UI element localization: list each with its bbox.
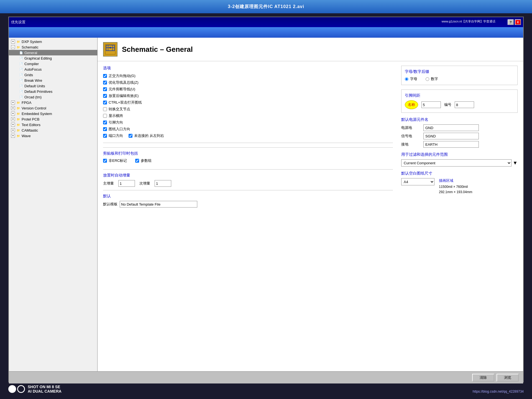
sidebar-item-defaultprimitives[interactable]: 📄 Default Primitives bbox=[9, 89, 97, 94]
pin-row: 名称 编号 bbox=[405, 100, 514, 109]
expand-protelpcb[interactable]: + bbox=[11, 117, 15, 121]
radio-number-input[interactable] bbox=[426, 77, 429, 81]
help-button[interactable]: ? bbox=[508, 19, 514, 25]
sidebar-item-embedded[interactable]: + 📁 Embedded System bbox=[9, 111, 97, 116]
power-title: 默认电源元件名 bbox=[401, 117, 518, 122]
sidebar-item-camtastic[interactable]: + 📁 CAMtastic bbox=[9, 127, 97, 133]
cb-cutwire[interactable] bbox=[103, 87, 107, 91]
earth-row: 接地 bbox=[401, 141, 518, 148]
clear-button[interactable]: 清除 bbox=[472, 374, 494, 382]
expand-embedded[interactable]: + bbox=[11, 112, 15, 116]
page-icon-compiler: 📄 bbox=[19, 62, 23, 66]
checkbox-show-span[interactable]: 显示横跨 bbox=[103, 113, 393, 118]
cb-orthogonal[interactable] bbox=[103, 74, 107, 78]
checkbox-orthogonal[interactable]: 正交方向拖动(G) bbox=[103, 73, 393, 78]
auto-increment-section: 放置时自动增量 主增量 次增量 bbox=[103, 169, 393, 187]
paper-size-line2: 292.1mm × 193.04mm bbox=[439, 190, 472, 195]
cb-cutwire-label: 元件剪断导线(U) bbox=[109, 87, 135, 92]
app-container: 优先设置 www.g1zscn.nt【共享自学网】学普通话 ? X + 📁 DX… bbox=[8, 17, 524, 382]
expand-camtastic[interactable]: + bbox=[11, 128, 15, 132]
cb-sheetentry[interactable] bbox=[103, 127, 107, 131]
filter-dropdown[interactable]: Current Component bbox=[401, 159, 511, 167]
dropdown-arrow[interactable]: ▼ bbox=[513, 160, 518, 166]
cb-nonerc[interactable] bbox=[103, 159, 107, 163]
cb-params[interactable] bbox=[135, 159, 139, 163]
sidebar-item-wave[interactable]: + 📁 Wave bbox=[9, 133, 97, 139]
radio-letter-input[interactable] bbox=[405, 77, 408, 81]
radio-number[interactable]: 数字 bbox=[426, 76, 438, 81]
page-icon-defaultprimitives: 📄 bbox=[19, 89, 23, 94]
cb-portdir-label: 端口方向 bbox=[109, 133, 123, 138]
expand-version[interactable]: + bbox=[11, 106, 15, 110]
cb-pindir[interactable] bbox=[103, 121, 107, 124]
cb-ctrlopen[interactable] bbox=[103, 101, 107, 104]
sidebar-label-texteditors: Text Editors bbox=[22, 123, 40, 127]
sidebar-item-dxp-system[interactable]: + 📁 DXP System bbox=[9, 39, 97, 44]
template-input[interactable] bbox=[120, 201, 197, 208]
checkbox-ctrl-open[interactable]: CTRL+双击打开图纸 bbox=[103, 100, 393, 105]
cb-convertcross-label: 转换交叉节点 bbox=[109, 107, 130, 112]
cb-editplace[interactable] bbox=[103, 94, 107, 98]
earth-input[interactable] bbox=[423, 141, 479, 148]
secondary-input[interactable] bbox=[155, 180, 171, 187]
paper-dropdown[interactable]: A4 bbox=[401, 178, 434, 185]
schematic-icon bbox=[103, 42, 117, 57]
pin-number-input[interactable] bbox=[455, 101, 474, 108]
power-ground-input[interactable] bbox=[423, 124, 479, 131]
sidebar-item-fpga[interactable]: + 📁 FPGA bbox=[9, 100, 97, 105]
checkbox-unconnected-ltr[interactable]: 未连接的 从左到右 bbox=[129, 133, 164, 138]
sidebar-item-breakwire[interactable]: 📄 Break Wire bbox=[9, 78, 97, 83]
pin-name-input[interactable] bbox=[421, 101, 441, 108]
camera-text: SHOT ON MI 8 SE AI DUAL CAMERA bbox=[28, 385, 62, 393]
checkbox-optimize[interactable]: 优化导线及总线(Z) bbox=[103, 80, 393, 85]
sidebar-item-general[interactable]: 📄 General bbox=[9, 50, 97, 55]
browse-button[interactable]: 浏览 bbox=[497, 374, 519, 382]
sidebar-item-autofocus[interactable]: 📄 AutoFocus bbox=[9, 66, 97, 72]
sidebar-item-orcad[interactable]: 📄 Orcad (tm) bbox=[9, 94, 97, 100]
page-icon-breakwire: 📄 bbox=[19, 78, 23, 83]
signal-ground-input[interactable] bbox=[423, 133, 479, 139]
cb-optimize-label: 优化导线及总线(Z) bbox=[109, 80, 139, 85]
cb-unconnected[interactable] bbox=[129, 134, 132, 138]
radio-number-label: 数字 bbox=[431, 76, 438, 81]
checkbox-convert-cross[interactable]: 转换交叉节点 bbox=[103, 107, 393, 112]
folder-icon-schematic: 📁 bbox=[16, 45, 21, 49]
sidebar-item-protelpcb[interactable]: + 📁 Protel PCB bbox=[9, 116, 97, 122]
title-text: 3-2创建原理图元件IC AT1021 2.avi bbox=[228, 4, 304, 10]
expand-fpga[interactable]: + bbox=[11, 101, 15, 104]
checkbox-pin-dir[interactable]: 引脚方向 bbox=[103, 120, 393, 125]
checkbox-cut-wire[interactable]: 元件剪断导线(U) bbox=[103, 87, 393, 92]
title-bar-buttons: www.g1zscn.nt【共享自学网】学普通话 ? X bbox=[442, 19, 521, 25]
expand-dxp[interactable]: + bbox=[11, 40, 15, 44]
app-title-label: 优先设置 bbox=[11, 20, 25, 25]
checkbox-non-erc[interactable]: 非ERC标记 bbox=[103, 158, 127, 163]
cb-optimize[interactable] bbox=[103, 81, 107, 85]
cb-portdir[interactable] bbox=[103, 134, 107, 138]
page-icon-orcad: 📄 bbox=[19, 95, 23, 99]
sidebar-label-autofocus: AutoFocus bbox=[24, 67, 42, 71]
sidebar-label-graphical: Graphical Editing bbox=[24, 56, 52, 60]
expand-wave[interactable]: + bbox=[11, 134, 15, 138]
template-label: 默认模板 bbox=[103, 202, 117, 207]
primary-input[interactable] bbox=[118, 180, 135, 187]
folder-icon-protelpcb: 📁 bbox=[16, 117, 21, 121]
paper-row: A4 描画区域 11500mil × 7600mil 292.1mm × 193… bbox=[401, 178, 518, 195]
sidebar-item-defaultunits[interactable]: 📄 Default Units bbox=[9, 83, 97, 89]
sidebar-item-grids[interactable]: 📄 Grids bbox=[9, 72, 97, 78]
sidebar-item-texteditors[interactable]: + 📁 Text Editors bbox=[9, 122, 97, 127]
sidebar-label-camtastic: CAMtastic bbox=[22, 128, 38, 132]
close-button[interactable]: X bbox=[515, 19, 521, 25]
checkbox-port-dir[interactable]: 端口方向 bbox=[103, 133, 123, 138]
expand-schematic[interactable]: − bbox=[11, 45, 15, 49]
checkbox-sheet-entry-dir[interactable]: 图纸入口方向 bbox=[103, 127, 393, 132]
sidebar-item-compiler[interactable]: 📄 Compiler bbox=[9, 61, 97, 66]
cb-convertcross[interactable] bbox=[103, 107, 107, 111]
checkbox-params[interactable]: 参数组 bbox=[135, 158, 152, 163]
sidebar-item-graphical[interactable]: 📄 Graphical Editing bbox=[9, 55, 97, 61]
expand-texteditors[interactable]: + bbox=[11, 123, 15, 127]
checkbox-edit-after-place[interactable]: 放置后编辑有效(E) bbox=[103, 93, 393, 98]
sidebar-item-schematic[interactable]: − 📁 Schematic bbox=[9, 44, 97, 50]
sidebar-item-versioncontrol[interactable]: + 📁 Version Control bbox=[9, 105, 97, 111]
cb-showspan[interactable] bbox=[103, 114, 107, 118]
radio-letter[interactable]: 字母 bbox=[405, 76, 417, 81]
